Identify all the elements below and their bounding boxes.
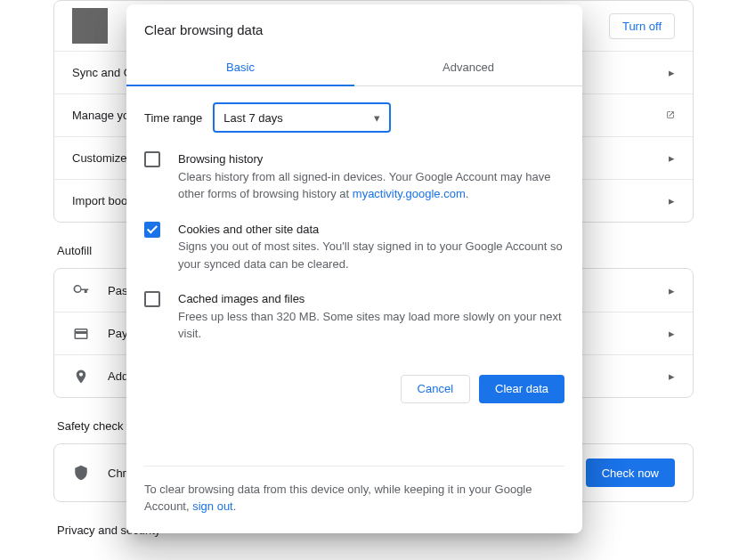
opt-title: Cached images and files: [178, 290, 564, 308]
cache-checkbox[interactable]: [144, 291, 160, 307]
dialog-title: Clear browsing data: [126, 4, 582, 50]
check-now-button[interactable]: Check now: [586, 459, 675, 487]
shield-icon: [72, 464, 90, 482]
opt-desc: Clears history from all signed-in device…: [178, 168, 564, 203]
dialog-footer: To clear browsing data from this device …: [144, 466, 564, 533]
time-range-label: Time range: [144, 111, 202, 125]
chevron-down-icon: ▾: [374, 111, 380, 125]
opt-desc: Signs you out of most sites. You'll stay…: [178, 238, 564, 272]
browsing-history-checkbox[interactable]: [144, 151, 160, 167]
cookies-checkbox[interactable]: [144, 222, 160, 238]
location-icon: [72, 368, 90, 386]
chevron-right-icon: ▸: [669, 284, 675, 297]
chevron-right-icon: ▸: [669, 327, 675, 340]
clear-data-button[interactable]: Clear data: [479, 375, 564, 403]
avatar: [72, 8, 108, 44]
chevron-right-icon: ▸: [669, 151, 675, 165]
cancel-button[interactable]: Cancel: [401, 375, 470, 403]
card-icon: [72, 325, 90, 343]
chevron-right-icon: ▸: [669, 194, 675, 207]
time-range-value: Last 7 days: [223, 111, 283, 125]
key-icon: [72, 281, 90, 299]
tab-basic[interactable]: Basic: [126, 50, 354, 86]
opt-title: Browsing history: [178, 150, 564, 168]
tab-advanced[interactable]: Advanced: [354, 50, 582, 85]
dialog-tabs: Basic Advanced: [126, 50, 582, 86]
opt-desc: Frees up less than 320 MB. Some sites ma…: [178, 308, 564, 343]
external-link-icon: [666, 109, 675, 122]
time-range-select[interactable]: Last 7 days ▾: [213, 102, 391, 133]
sign-out-link[interactable]: sign out: [192, 499, 233, 513]
chevron-right-icon: ▸: [669, 66, 675, 79]
opt-title: Cookies and other site data: [178, 221, 564, 239]
turn-off-button[interactable]: Turn off: [609, 13, 675, 39]
chevron-right-icon: ▸: [669, 369, 675, 383]
clear-browsing-data-dialog: Clear browsing data Basic Advanced Time …: [126, 4, 582, 533]
myactivity-link[interactable]: myactivity.google.com: [353, 187, 466, 200]
